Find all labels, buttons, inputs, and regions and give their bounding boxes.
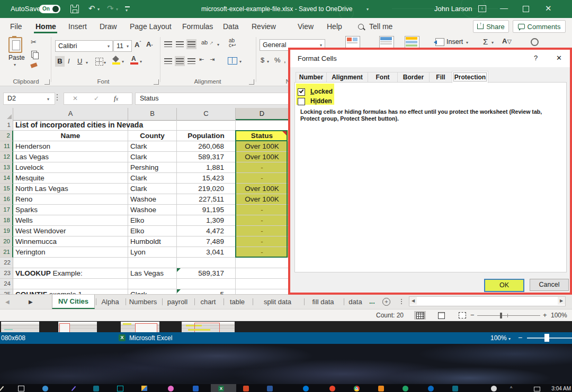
cell-c13[interactable]: 1,881 (177, 162, 236, 173)
app-icon-teal2[interactable] (452, 386, 458, 391)
row-header-20[interactable]: 20 (0, 236, 13, 247)
page-break-view-icon[interactable] (457, 311, 468, 320)
sheet-tab-split-data[interactable]: split data (253, 295, 302, 309)
shrink-font-icon[interactable]: Aˇ (146, 40, 153, 49)
tabbar-splitter[interactable] (401, 299, 402, 300)
cell-b2[interactable]: County (128, 131, 177, 141)
maximize-button[interactable] (523, 6, 529, 12)
fill-color-dropdown-icon[interactable]: ▾ (122, 59, 124, 64)
app-icon-pink[interactable] (168, 386, 174, 391)
cell-a12[interactable]: Las Vegas (13, 152, 128, 162)
cell-d17[interactable]: - (236, 205, 289, 215)
tell-me-label[interactable]: Tell me (369, 22, 392, 31)
font-color-dropdown-icon[interactable]: ▾ (140, 59, 142, 64)
sheet-tab-chart[interactable]: chart (195, 295, 221, 309)
photos-icon[interactable] (141, 386, 147, 391)
horizontal-scrollbar[interactable]: ◀ ▶ (409, 296, 566, 306)
cell-a21[interactable]: Yerington (13, 247, 128, 258)
comma-style-icon[interactable]: , (284, 56, 286, 64)
cell-d1[interactable] (236, 120, 289, 131)
row-header-15[interactable]: 15 (0, 184, 13, 194)
underline-dropdown-icon[interactable]: ▾ (86, 60, 88, 65)
cell-c21[interactable]: 3,041 (177, 247, 236, 258)
copy-icon[interactable] (31, 51, 37, 58)
cell-c14[interactable]: 15,423 (177, 173, 236, 184)
cell-a18[interactable]: Wells (13, 215, 128, 226)
cell-d15[interactable]: Over 100K (236, 184, 289, 194)
font-size-combobox[interactable]: 11▾ (113, 40, 132, 52)
cell-b24[interactable] (128, 279, 177, 289)
cut-icon[interactable]: ✂ (31, 38, 37, 46)
tray-chevron-icon[interactable]: ^ (510, 386, 512, 391)
redo-icon[interactable]: ↷ (107, 4, 114, 13)
dialog-tab-border[interactable]: Border (397, 72, 430, 83)
undo-dropdown-icon[interactable]: ▾ (97, 7, 100, 12)
cell-d13[interactable]: - (236, 162, 289, 173)
dialog-tab-alignment[interactable]: Alignment (326, 72, 368, 83)
screenshot-thumbnail-3[interactable] (121, 322, 159, 332)
select-all-corner[interactable] (0, 108, 13, 120)
alignment-dialog-launcher[interactable] (249, 79, 254, 85)
cell-d20[interactable]: - (236, 236, 289, 247)
align-right-icon[interactable] (187, 58, 195, 64)
column-header-c[interactable]: C (177, 108, 236, 120)
tray-user-icon[interactable] (491, 386, 497, 391)
ribbon-tab-file[interactable]: File (10, 22, 22, 31)
dialog-tab-font[interactable]: Font (368, 72, 398, 83)
cell-a13[interactable]: Lovelock (13, 162, 128, 173)
screenshot-thumbnail-1[interactable] (1, 322, 39, 332)
saved-dropdown-icon[interactable]: ▾ (367, 7, 369, 12)
column-header-b[interactable]: B (128, 108, 177, 120)
wrap-text-icon[interactable]: abc↩ (229, 38, 236, 48)
cell-c17[interactable]: 91,195 (177, 205, 236, 215)
ribbon-tab-home[interactable]: Home (35, 22, 56, 31)
locked-label[interactable]: Locked (310, 88, 333, 95)
cell-b11[interactable]: Clark (128, 141, 177, 152)
viewer-zoom-handle[interactable] (544, 334, 549, 342)
quick-access-dropdown-icon[interactable]: ▾ (126, 8, 128, 13)
dialog-tab-fill[interactable]: Fill (429, 72, 452, 83)
insert-function-icon[interactable]: fx (114, 94, 118, 103)
new-sheet-button[interactable]: + (382, 298, 390, 306)
find-select-icon[interactable] (531, 38, 539, 46)
borders-icon[interactable] (95, 58, 103, 66)
search-icon[interactable] (42, 386, 48, 391)
hidden-checkbox[interactable] (298, 98, 305, 105)
row-header-16[interactable]: 16 (0, 194, 13, 205)
excel-taskbar-icon[interactable]: X (211, 384, 236, 392)
row-header-23[interactable]: 23 (0, 268, 13, 279)
dialog-help-button[interactable]: ? (534, 54, 538, 62)
clipboard-dialog-launcher[interactable] (44, 79, 50, 85)
cell-b1[interactable] (128, 120, 177, 131)
borders-dropdown-icon[interactable]: ▾ (104, 60, 106, 65)
row-header-11[interactable]: 11 (0, 141, 13, 152)
cell-c2[interactable]: Population (177, 131, 236, 141)
sheet-tab-payroll[interactable]: payroll (163, 295, 192, 309)
accounting-dropdown-icon[interactable]: ▾ (267, 59, 269, 64)
autosum-dropdown-icon[interactable]: ▾ (491, 40, 494, 45)
cell-b18[interactable]: Elko (128, 215, 177, 226)
app-icon-teal[interactable] (93, 386, 99, 391)
row-header-21[interactable]: 21 (0, 247, 13, 258)
sheet-tab-fill-data[interactable]: fill data (305, 295, 342, 309)
cell-d24[interactable] (236, 279, 289, 289)
bold-button[interactable]: B (55, 56, 65, 67)
cell-d16[interactable]: Over 100K (236, 194, 289, 205)
zoom-slider-track[interactable] (477, 315, 540, 316)
quick-access-icon[interactable] (125, 6, 130, 7)
row-header-2[interactable]: 2 (0, 131, 13, 141)
cell-a2[interactable]: Name (13, 131, 128, 141)
screenshot-thumbnail-4[interactable] (182, 322, 235, 332)
align-top-icon[interactable] (164, 41, 172, 47)
row-header-24[interactable]: 24 (0, 279, 13, 289)
dialog-tab-number[interactable]: Number (296, 72, 327, 83)
cell-a23[interactable]: VLOOKUP Example: (13, 268, 128, 279)
ribbon-tab-review[interactable]: Review (252, 22, 276, 31)
sheet-tab-table[interactable]: table (224, 295, 251, 309)
orientation-icon[interactable]: ab→ (201, 39, 213, 45)
word-icon[interactable] (267, 386, 273, 391)
row-header-1[interactable]: 1 (0, 120, 13, 131)
chrome-icon[interactable] (354, 386, 360, 391)
sheet-tab-alpha[interactable]: Alpha (96, 295, 124, 309)
ok-button[interactable]: OK (484, 279, 524, 292)
